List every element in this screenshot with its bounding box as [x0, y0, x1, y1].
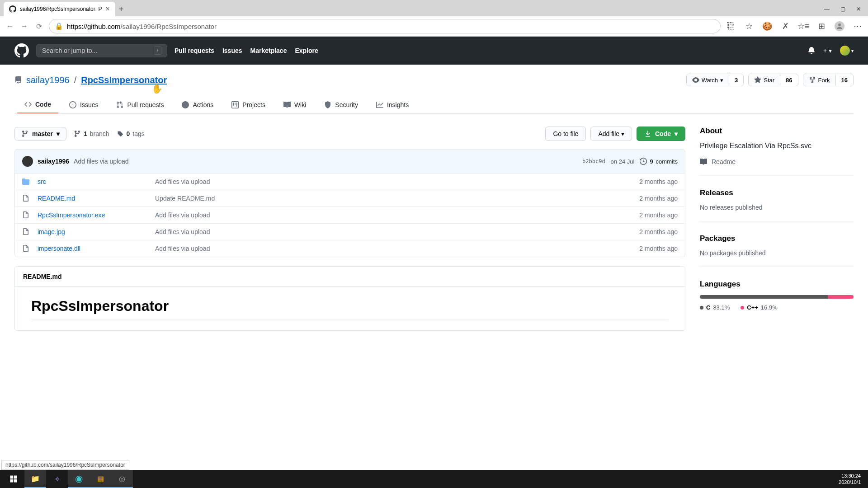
github-header: Search or jump to... / Pull requests Iss…: [0, 37, 868, 65]
tab-security[interactable]: Security: [317, 96, 365, 113]
go-to-file-button[interactable]: Go to file: [545, 127, 586, 141]
star-button[interactable]: Star 86: [748, 74, 798, 86]
forward-button[interactable]: →: [20, 22, 29, 31]
file-commit-msg[interactable]: Add files via upload: [155, 245, 639, 252]
file-link[interactable]: impersonate.dll: [38, 245, 80, 252]
repo-owner-link[interactable]: sailay1996: [26, 75, 70, 85]
file-row: src Add files via upload 2 months ago: [15, 174, 685, 190]
profile-icon[interactable]: [835, 21, 844, 31]
projects-icon: [231, 101, 239, 108]
readme-filename: README.md: [15, 267, 685, 287]
commit-author[interactable]: sailay1996: [38, 158, 69, 165]
commit-sha[interactable]: b2bbc9d: [582, 158, 605, 164]
nav-explore[interactable]: Explore: [295, 47, 318, 54]
repo-separator: /: [74, 75, 77, 85]
history-icon: [640, 158, 647, 165]
star-icon-outline[interactable]: ☆: [744, 21, 754, 31]
collections-icon[interactable]: ⊞: [816, 21, 826, 31]
add-file-button[interactable]: Add file ▾: [590, 127, 632, 141]
packages-heading: Packages: [700, 234, 854, 243]
extension-icon-2[interactable]: ✗: [780, 21, 790, 31]
latest-commit: sailay1996 Add files via upload b2bbc9d …: [15, 150, 685, 174]
eye-icon: [692, 76, 699, 84]
file-link[interactable]: RpcSsImpersonator.exe: [38, 211, 105, 219]
file-row: impersonate.dll Add files via upload 2 m…: [15, 240, 685, 257]
about-description: Privilege Escalation Via RpcSs svc: [700, 142, 854, 150]
issues-icon: [69, 101, 76, 108]
github-logo[interactable]: [14, 43, 29, 58]
file-link[interactable]: README.md: [38, 195, 75, 202]
file-time: 2 months ago: [639, 228, 678, 235]
readme-link[interactable]: Readme: [700, 158, 854, 165]
file-time: 2 months ago: [639, 211, 678, 219]
language-item[interactable]: C++ 16.9%: [741, 304, 777, 311]
reload-button[interactable]: ⟳: [34, 22, 43, 31]
readme-box: README.md RpcSsImpersonator: [14, 266, 685, 331]
watch-button[interactable]: Watch ▾ 3: [686, 74, 744, 86]
wiki-icon: [283, 101, 291, 108]
lang-bar-c: [700, 295, 828, 299]
repo-icon: [14, 76, 22, 84]
code-button[interactable]: Code ▾: [637, 127, 685, 141]
branch-selector[interactable]: master ▾: [14, 127, 66, 141]
releases-empty: No releases published: [700, 204, 854, 211]
pr-icon: [116, 101, 123, 108]
tab-wiki[interactable]: Wiki: [276, 96, 313, 113]
file-time: 2 months ago: [639, 195, 678, 202]
nav-marketplace[interactable]: Marketplace: [250, 47, 287, 54]
repo-header: sailay1996 / RpcSsImpersonator Watch ▾ 3…: [0, 65, 868, 114]
file-commit-msg[interactable]: Update README.md: [155, 195, 639, 202]
avatar-menu[interactable]: ▾: [840, 46, 854, 56]
nav-issues[interactable]: Issues: [222, 47, 242, 54]
search-input[interactable]: Search or jump to... /: [36, 44, 167, 57]
svg-point-0: [838, 23, 841, 26]
commit-message[interactable]: Add files via upload: [74, 158, 128, 165]
plus-menu[interactable]: + ▾: [823, 47, 832, 54]
tags-link[interactable]: 0 tags: [117, 130, 145, 137]
commit-date: on 24 Jul: [611, 158, 635, 165]
file-link[interactable]: src: [38, 178, 46, 185]
commits-link[interactable]: 9 commits: [640, 158, 678, 165]
tab-actions[interactable]: Actions: [175, 96, 221, 113]
file-commit-msg[interactable]: Add files via upload: [155, 178, 639, 185]
repo-sidebar: About Privilege Escalation Via RpcSs svc…: [700, 127, 854, 333]
file-commit-msg[interactable]: Add files via upload: [155, 228, 639, 235]
user-avatar: [840, 46, 850, 56]
menu-icon[interactable]: ⋯: [853, 21, 863, 31]
extension-icon-1[interactable]: 🍪: [762, 21, 772, 31]
tab-insights[interactable]: Insights: [369, 96, 416, 113]
minimize-button[interactable]: ―: [824, 6, 830, 12]
bell-icon[interactable]: [808, 47, 815, 54]
favorites-icon[interactable]: ☆≡: [798, 21, 808, 31]
search-placeholder: Search or jump to...: [42, 47, 97, 54]
tab-projects[interactable]: Projects: [224, 96, 273, 113]
packages-empty: No packages published: [700, 249, 854, 257]
about-heading: About: [700, 127, 854, 136]
maximize-button[interactable]: ▢: [840, 6, 845, 12]
url-text: https://github.com/sailay1996/RpcSsImper…: [67, 23, 217, 30]
new-tab-button[interactable]: +: [119, 5, 124, 14]
languages-heading: Languages: [700, 280, 854, 289]
branches-link[interactable]: 1 branch: [74, 130, 109, 137]
fork-button[interactable]: Fork 16: [803, 74, 854, 86]
browser-tab[interactable]: sailay1996/RpcSsImpersonator: P ×: [4, 2, 115, 16]
file-commit-msg[interactable]: Add files via upload: [155, 211, 639, 219]
close-window-button[interactable]: ✕: [856, 6, 861, 12]
nav-pull-requests[interactable]: Pull requests: [175, 47, 214, 54]
lang-dot: [700, 306, 703, 310]
translate-icon[interactable]: ⿻: [726, 21, 736, 31]
language-item[interactable]: C 83.1%: [700, 304, 730, 311]
tab-pull-requests[interactable]: Pull requests: [109, 96, 171, 113]
close-icon[interactable]: ×: [105, 5, 109, 13]
lang-bar-cpp: [828, 295, 854, 299]
tab-code[interactable]: Code: [17, 96, 58, 113]
tab-bar: sailay1996/RpcSsImpersonator: P × + ― ▢ …: [0, 0, 868, 16]
repo-name-link[interactable]: RpcSsImpersonator: [81, 75, 167, 85]
commit-avatar[interactable]: [22, 156, 33, 167]
tab-issues[interactable]: Issues: [62, 96, 105, 113]
folder-icon: [22, 178, 31, 185]
language-bar: [700, 295, 854, 299]
back-button[interactable]: ←: [5, 22, 14, 31]
file-link[interactable]: image.jpg: [38, 228, 65, 235]
url-field[interactable]: 🔒 https://github.com/sailay1996/RpcSsImp…: [49, 19, 721, 33]
